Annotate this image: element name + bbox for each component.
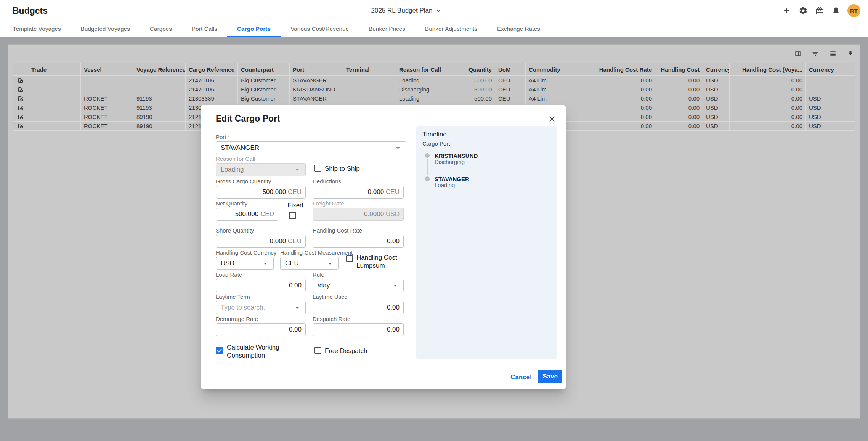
deductions-value: 0.000 <box>368 188 384 196</box>
tab-bunker-adjustments[interactable]: Bunker Adjustments <box>415 21 487 37</box>
settings-icon <box>799 6 808 15</box>
add-button[interactable] <box>782 6 792 16</box>
shore-quantity-field: Shore Quantity 0.000 CEU <box>216 227 306 248</box>
shore-quantity-label: Shore Quantity <box>216 227 306 234</box>
handling-cost-lumpsum-checkbox[interactable] <box>346 255 353 262</box>
net-quantity-unit: CEU <box>260 210 274 218</box>
fixed-checkbox[interactable] <box>289 212 296 219</box>
timeline-entry-port: KRISTIANSUND <box>435 152 478 159</box>
page-title: Budgets <box>13 6 48 16</box>
load-rate-field: Load Rate 0.00 <box>216 271 306 292</box>
port-select[interactable]: STAVANGER <box>216 141 406 154</box>
timeline-panel: Timeline Cargo Port KRISTIANSUND Dischar… <box>416 126 557 359</box>
timeline-dot <box>425 176 430 181</box>
net-quantity-field: Net Quantity 500.000 CEU <box>216 200 278 221</box>
laytime-term-label: Laytime Term <box>216 293 306 300</box>
chevron-down-icon <box>394 144 402 152</box>
net-quantity-label: Net Quantity <box>216 200 278 207</box>
chevron-down-icon <box>293 165 302 174</box>
deductions-input[interactable]: 0.000 CEU <box>313 186 404 199</box>
chevron-down-icon <box>261 259 270 268</box>
cancel-button[interactable]: Cancel <box>506 371 536 384</box>
demurrage-rate-field: Demurrage Rate 0.00 <box>216 316 306 336</box>
freight-rate-value: 0.0000 <box>364 210 384 218</box>
shore-quantity-input[interactable]: 0.000 CEU <box>216 235 306 248</box>
calculate-working-consumption-checkbox[interactable] <box>216 347 223 354</box>
app-header: Budgets 2025 RL Budget Plan RT <box>0 0 868 21</box>
net-quantity-input[interactable]: 500.000 CEU <box>216 208 278 221</box>
free-despatch-label: Free Despatch <box>325 347 367 355</box>
timeline-entry-action: Loading <box>435 182 455 188</box>
shore-quantity-unit: CEU <box>288 237 302 245</box>
deductions-unit: CEU <box>386 188 400 196</box>
laytime-used-input[interactable]: 0.00 <box>313 301 404 314</box>
timeline-subtitle: Cargo Port <box>422 140 450 147</box>
laytime-used-label: Laytime Used <box>313 293 404 300</box>
deductions-label: Deductions <box>313 178 404 184</box>
freight-rate-input: 0.0000 USD <box>313 208 404 221</box>
budget-plan-label: 2025 RL Budget Plan <box>371 7 433 14</box>
laytime-term-select[interactable] <box>216 301 306 314</box>
handling-cost-currency-label: Handling Cost Currency <box>216 249 274 256</box>
rule-label: Rule <box>313 271 404 278</box>
rule-field: Rule /day <box>313 271 404 292</box>
handling-cost-currency-field: Handling Cost Currency USD <box>216 249 274 270</box>
avatar[interactable]: RT <box>847 4 860 17</box>
close-icon <box>547 114 557 123</box>
close-button[interactable] <box>547 114 557 124</box>
save-button[interactable]: Save <box>538 370 562 383</box>
despatch-rate-field: Despatch Rate 0.00 <box>313 316 404 336</box>
reason-for-call-value: Loading <box>221 166 244 173</box>
edit-cargo-port-dialog: Edit Cargo Port Port * STAVANGER Reason … <box>201 105 566 389</box>
add-icon <box>782 6 791 15</box>
chevron-down-icon <box>435 7 443 14</box>
budget-plan-selector[interactable]: 2025 RL Budget Plan <box>371 7 443 14</box>
tab-cargo-ports[interactable]: Cargo Ports <box>227 21 281 37</box>
chevron-down-icon <box>326 259 334 268</box>
demurrage-rate-input[interactable]: 0.00 <box>216 323 306 336</box>
shore-quantity-value: 0.000 <box>270 237 286 245</box>
load-rate-input[interactable]: 0.00 <box>216 279 306 292</box>
tab-cargoes[interactable]: Cargoes <box>140 21 182 37</box>
tab-various-cost-revenue[interactable]: Various Cost/Revenue <box>281 21 359 37</box>
handling-cost-rate-field: Handling Cost Rate 0.00 <box>313 227 404 248</box>
demurrage-rate-label: Demurrage Rate <box>216 316 306 322</box>
handling-cost-rate-input[interactable]: 0.00 <box>313 235 404 248</box>
tab-port-calls[interactable]: Port Calls <box>182 21 227 37</box>
settings-button[interactable] <box>798 6 808 16</box>
notifications-icon <box>831 6 841 15</box>
gift-button[interactable] <box>815 6 825 16</box>
handling-cost-currency-select[interactable]: USD <box>216 257 274 270</box>
freight-rate-unit: USD <box>386 210 400 218</box>
despatch-rate-value: 0.00 <box>387 326 400 334</box>
gift-icon <box>815 6 824 15</box>
reason-for-call-field: Reason for Call Loading <box>216 156 306 176</box>
tab-bunker-prices[interactable]: Bunker Prices <box>359 21 415 37</box>
port-value: STAVANGER <box>221 144 259 152</box>
port-field: Port * STAVANGER <box>216 134 406 154</box>
tab-exchange-rates[interactable]: Exchange Rates <box>487 21 550 37</box>
handling-cost-rate-label: Handling Cost Rate <box>313 227 404 234</box>
gross-cargo-quantity-unit: CEU <box>288 188 302 196</box>
laytime-used-value: 0.00 <box>387 304 400 311</box>
tab-template-voyages[interactable]: Template Voyages <box>3 21 71 37</box>
fixed-label: Fixed <box>287 201 303 209</box>
header-actions: RT <box>782 4 860 17</box>
timeline-connector <box>427 159 428 175</box>
load-rate-label: Load Rate <box>216 271 306 278</box>
demurrage-rate-value: 0.00 <box>289 326 302 334</box>
tab-bar: Template Voyages Budgeted Voyages Cargoe… <box>0 21 868 37</box>
gross-cargo-quantity-input[interactable]: 500.000 CEU <box>216 186 306 199</box>
port-label: Port * <box>216 134 406 140</box>
free-despatch-checkbox[interactable] <box>314 347 321 354</box>
handling-cost-measurement-label: Handling Cost Measurement <box>280 249 339 256</box>
ship-to-ship-checkbox[interactable] <box>314 165 321 172</box>
laytime-term-input[interactable] <box>221 304 293 311</box>
rule-select[interactable]: /day <box>313 279 404 292</box>
timeline-title: Timeline <box>422 131 447 138</box>
app-root: Budgets 2025 RL Budget Plan RT Template … <box>0 0 868 441</box>
notifications-button[interactable] <box>831 6 841 16</box>
tab-budgeted-voyages[interactable]: Budgeted Voyages <box>71 21 140 37</box>
despatch-rate-input[interactable]: 0.00 <box>313 323 404 336</box>
handling-cost-measurement-select[interactable]: CEU <box>280 257 339 270</box>
